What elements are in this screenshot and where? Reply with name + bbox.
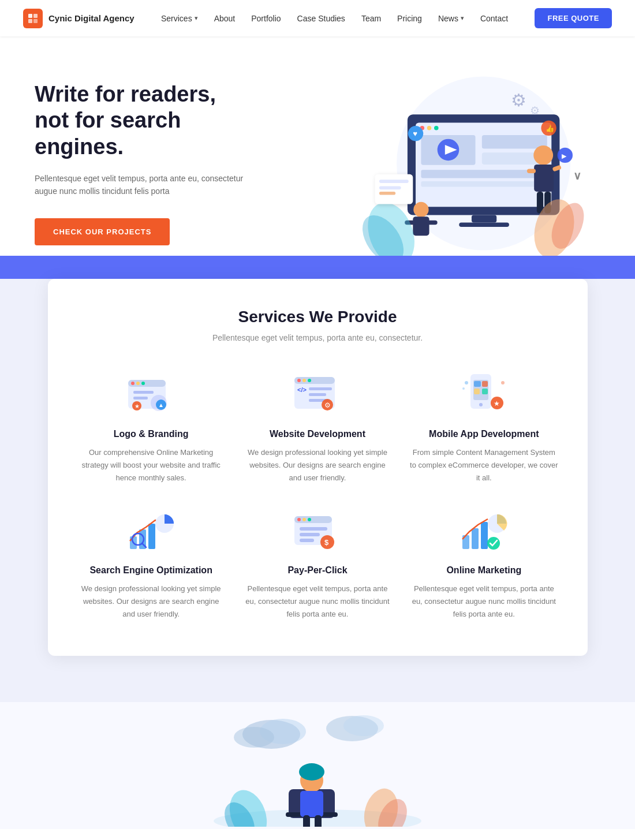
hero-subtitle: Pellentesque eget velit tempus, porta an… [35,172,266,198]
svg-text:▶: ▶ [562,152,567,159]
nav-item-portfolio[interactable]: Portfolio [251,13,281,24]
svg-point-23 [533,145,553,165]
svg-rect-64 [309,387,332,390]
bottom-illustration [173,702,462,829]
hero-content: Write for readers, not for search engine… [35,81,266,246]
svg-rect-94 [300,539,314,542]
svg-point-89 [297,518,301,521]
free-quote-button[interactable]: FREE QUOTE [535,8,612,28]
svg-point-80 [501,381,505,384]
service-name-logo-branding: Logo & Branding [114,429,189,439]
nav-item-about[interactable]: About [214,13,236,24]
service-name-ppc: Pay-Per-Click [287,565,347,576]
seo-icon [125,507,177,554]
svg-point-71 [479,403,483,406]
hero-section: Write for readers, not for search engine… [0,36,635,256]
svg-rect-74 [474,389,480,394]
svg-rect-17 [472,215,496,222]
svg-rect-113 [303,815,310,827]
svg-rect-0 [28,14,32,18]
service-name-online-marketing: Online Marketing [446,565,521,576]
nav-item-contact[interactable]: Contact [480,13,508,24]
services-grid: ▲ ★ Logo & Branding Our comprehensive On… [77,371,559,621]
svg-rect-93 [300,533,320,536]
svg-rect-83 [148,524,155,549]
service-desc-online-marketing: Pellentesque eget velit tempus, porta an… [409,583,558,621]
svg-point-62 [308,379,311,382]
svg-rect-43 [379,186,401,190]
svg-text:⚙: ⚙ [511,91,526,110]
services-title: Services We Provide [77,308,559,326]
logo[interactable]: Cynic Digital Agency [23,9,135,28]
svg-rect-11 [482,135,547,149]
svg-text:👍: 👍 [546,124,555,133]
bottom-section [0,702,635,829]
service-card-online-marketing: Online Marketing Pellentesque eget velit… [409,507,558,621]
svg-point-50 [141,382,145,385]
svg-rect-1 [33,14,38,18]
service-name-seo: Search Engine Optimization [89,565,212,576]
nav-item-pricing[interactable]: Pricing [397,13,422,24]
svg-rect-44 [379,192,395,195]
service-desc-seo: We design professional looking yet simpl… [77,583,226,621]
hero-title: Write for readers, not for search engine… [35,81,266,160]
svg-text:⚙: ⚙ [324,401,331,409]
service-card-logo-branding: ▲ ★ Logo & Branding Our comprehensive On… [77,371,226,484]
services-subtitle: Pellentesque eget velit tempus, porta an… [77,333,559,342]
svg-rect-73 [482,381,488,387]
svg-point-90 [302,518,306,521]
service-name-website-development: Website Development [270,429,365,439]
hero-illustration: ♥ 👍 ▶ ⚙ ⚙ ∨ [312,71,612,256]
service-desc-website-development: We design professional looking yet simpl… [243,446,392,484]
service-card-website-development: </> ⚙ Website Development We design prof… [243,371,392,484]
svg-rect-2 [28,19,32,23]
svg-rect-75 [482,389,488,394]
svg-point-79 [462,387,465,390]
svg-rect-65 [309,393,326,396]
svg-rect-51 [133,391,154,394]
svg-text:∨: ∨ [573,170,581,182]
svg-rect-14 [421,181,547,186]
svg-point-19 [413,202,428,217]
service-card-seo: Search Engine Optimization We design pro… [77,507,226,621]
svg-text:⚙: ⚙ [530,104,540,117]
svg-rect-25 [527,169,536,173]
svg-point-9 [434,126,439,130]
online-marketing-icon [458,507,510,554]
website-development-icon: </> ⚙ [292,371,343,417]
services-background: Services We Provide Pellentesque eget ve… [0,279,635,702]
services-section: Services We Provide Pellentesque eget ve… [48,279,588,656]
svg-rect-42 [379,180,409,183]
svg-point-78 [465,381,468,384]
nav-item-team[interactable]: Team [361,13,381,24]
svg-rect-111 [300,791,323,817]
logo-branding-icon: ▲ ★ [125,371,177,417]
svg-text:♥: ♥ [413,129,417,138]
nav-item-services[interactable]: Services [161,14,198,23]
svg-rect-92 [300,527,327,531]
svg-point-61 [302,379,306,382]
svg-point-49 [136,382,140,385]
svg-rect-20 [413,216,429,236]
check-projects-button[interactable]: CHECK OUR PROJECTS [35,218,170,245]
svg-point-8 [427,126,432,130]
nav-item-case-studies[interactable]: Case Studies [297,13,345,24]
service-card-ppc: $ Pay-Per-Click Pellentesque eget velit … [243,507,392,621]
svg-text:★: ★ [135,403,140,409]
svg-point-106 [343,715,384,736]
svg-rect-22 [427,221,438,225]
service-name-mobile-app: Mobile App Development [429,429,539,439]
svg-rect-3 [33,19,38,23]
svg-rect-114 [315,815,322,827]
svg-rect-18 [459,223,509,227]
nav-menu: Services About Portfolio Case Studies Te… [161,13,508,24]
svg-text:★: ★ [494,400,500,408]
service-card-mobile-app: ★ Mobile App Development From simple Con… [409,371,558,484]
svg-point-60 [297,379,301,382]
ppc-icon: $ [292,507,343,554]
nav-item-news[interactable]: News [438,14,464,23]
svg-text:$: $ [324,538,329,547]
service-desc-ppc: Pellentesque eget velit tempus, porta an… [243,583,392,621]
logo-text: Cynic Digital Agency [48,13,135,23]
svg-point-48 [131,382,135,385]
